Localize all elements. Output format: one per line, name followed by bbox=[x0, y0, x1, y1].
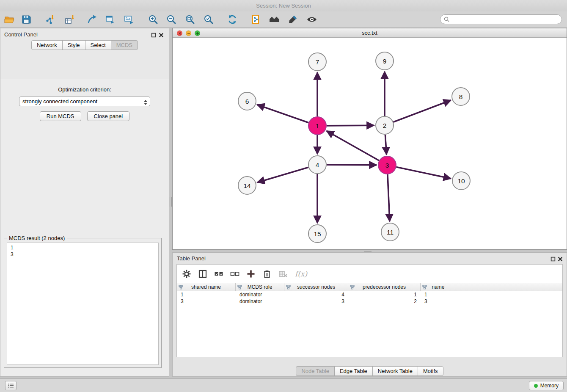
new-network-from-selection-button[interactable] bbox=[86, 14, 98, 25]
table-cell[interactable]: 1 bbox=[421, 292, 456, 298]
tab-edge-table[interactable]: Edge Table bbox=[334, 366, 373, 376]
list-icon bbox=[8, 382, 14, 389]
table-cell[interactable]: 3 bbox=[421, 298, 456, 304]
table-cell[interactable]: 3 bbox=[284, 298, 348, 304]
zoom-fit-button[interactable] bbox=[184, 14, 196, 25]
table-row[interactable]: 1dominator411 bbox=[177, 291, 562, 298]
function-builder-button[interactable]: f(x) bbox=[294, 270, 307, 278]
table-cell[interactable]: 4 bbox=[284, 292, 348, 298]
horizontal-splitter[interactable] bbox=[364, 250, 372, 252]
node-9[interactable]: 9 bbox=[376, 52, 394, 70]
tab-network[interactable]: Network bbox=[31, 40, 63, 50]
plus-icon bbox=[246, 269, 256, 279]
edge-3-11[interactable] bbox=[388, 174, 390, 221]
delete-column-button[interactable] bbox=[262, 269, 272, 279]
column-header-mcds-role[interactable]: MCDS role bbox=[236, 283, 284, 291]
close-control-panel-button[interactable] bbox=[159, 32, 164, 37]
mcds-result-line: 3 bbox=[11, 251, 155, 258]
add-column-button[interactable] bbox=[246, 269, 256, 279]
attribute-type-icon bbox=[350, 285, 355, 290]
column-header-predecessor-nodes[interactable]: predecessor nodes bbox=[348, 283, 421, 291]
edge-4-3[interactable] bbox=[327, 165, 377, 165]
node-8[interactable]: 8 bbox=[452, 88, 470, 105]
node-10[interactable]: 10 bbox=[452, 172, 470, 190]
tab-motifs[interactable]: Motifs bbox=[418, 366, 443, 376]
maximize-window-button[interactable] bbox=[195, 30, 200, 36]
close-mcds-panel-button[interactable]: Close panel bbox=[87, 111, 130, 121]
svg-text:11: 11 bbox=[387, 229, 394, 236]
column-header-shared-name[interactable]: shared name bbox=[177, 283, 236, 291]
export-image-button[interactable] bbox=[123, 14, 135, 25]
apply-layout-button[interactable] bbox=[226, 14, 238, 25]
edge-2-8[interactable] bbox=[394, 100, 451, 122]
table-panel: Table Panel f(x) shared nameMCDS rolesuc… bbox=[172, 252, 567, 377]
deselect-all-button[interactable] bbox=[230, 269, 240, 279]
network-file-button[interactable] bbox=[250, 14, 262, 25]
edge-1-2[interactable] bbox=[327, 125, 374, 126]
node-4[interactable]: 4 bbox=[308, 156, 326, 174]
column-header-successor-nodes[interactable]: successor nodes bbox=[284, 283, 348, 291]
mcds-panel: Optimization criterion: strongly connect… bbox=[0, 79, 169, 376]
minimize-window-button[interactable] bbox=[186, 30, 191, 36]
node-3[interactable]: 3 bbox=[378, 156, 396, 174]
node-1[interactable]: 1 bbox=[308, 117, 326, 135]
memory-button[interactable]: Memory bbox=[529, 381, 564, 390]
zoom-in-button[interactable] bbox=[147, 14, 159, 25]
table-cell[interactable]: 1 bbox=[348, 292, 421, 298]
edge-2-3[interactable] bbox=[385, 135, 386, 155]
table-cell[interactable]: 1 bbox=[177, 292, 236, 298]
task-history-button[interactable] bbox=[5, 381, 17, 390]
mcds-result-title: MCDS result (2 nodes) bbox=[7, 235, 67, 241]
float-panel-button[interactable] bbox=[151, 32, 156, 37]
node-15[interactable]: 15 bbox=[308, 225, 326, 243]
open-file-button[interactable] bbox=[3, 14, 15, 25]
annotation-button[interactable] bbox=[287, 14, 299, 25]
tab-mcds[interactable]: MCDS bbox=[111, 40, 138, 50]
table-panel-header: Table Panel bbox=[173, 253, 567, 264]
node-7[interactable]: 7 bbox=[308, 53, 326, 71]
tab-select[interactable]: Select bbox=[85, 40, 111, 50]
table-cell[interactable]: dominator bbox=[236, 292, 284, 298]
tab-style[interactable]: Style bbox=[62, 40, 85, 50]
search-box[interactable] bbox=[440, 14, 562, 24]
window-titlebar: Session: New Session bbox=[0, 0, 567, 11]
node-2[interactable]: 2 bbox=[376, 116, 394, 134]
import-network-button[interactable] bbox=[44, 14, 56, 25]
table-cell[interactable]: 3 bbox=[177, 298, 236, 304]
column-header-name[interactable]: name bbox=[421, 283, 456, 291]
table-settings-button[interactable] bbox=[182, 269, 192, 279]
save-session-button[interactable] bbox=[20, 14, 32, 25]
node-6[interactable]: 6 bbox=[238, 92, 256, 110]
close-table-panel-button[interactable] bbox=[558, 256, 563, 261]
optimization-criterion-label: Optimization criterion: bbox=[0, 86, 169, 93]
birdseye-view-button[interactable] bbox=[306, 14, 318, 25]
close-icon bbox=[178, 32, 182, 35]
edge-3-1[interactable] bbox=[327, 131, 379, 160]
edge-1-6[interactable] bbox=[257, 105, 309, 123]
float-table-panel-button[interactable] bbox=[550, 256, 556, 261]
tab-network-table[interactable]: Network Table bbox=[372, 366, 418, 376]
criterion-dropdown[interactable]: strongly connected component bbox=[19, 97, 150, 106]
node-14[interactable]: 14 bbox=[238, 177, 256, 194]
network-canvas[interactable]: 7968124314101511 bbox=[173, 38, 567, 249]
run-mcds-button[interactable]: Run MCDS bbox=[40, 111, 81, 121]
clear-table-button[interactable] bbox=[278, 269, 288, 279]
close-window-button[interactable] bbox=[177, 30, 182, 36]
table-row[interactable]: 3dominator323 bbox=[177, 298, 562, 305]
node-11[interactable]: 11 bbox=[381, 223, 399, 241]
column-visibility-button[interactable] bbox=[198, 269, 208, 279]
select-all-button[interactable] bbox=[214, 269, 224, 279]
export-network-icon bbox=[105, 14, 116, 25]
zoom-selected-button[interactable] bbox=[203, 14, 215, 25]
zoom-out-button[interactable] bbox=[165, 14, 177, 25]
vertical-splitter[interactable] bbox=[170, 197, 172, 207]
edge-4-14[interactable] bbox=[257, 167, 308, 182]
graphics-details-button[interactable] bbox=[268, 14, 280, 25]
export-network-button[interactable] bbox=[105, 14, 116, 25]
import-table-button[interactable] bbox=[64, 14, 76, 25]
tab-node-table[interactable]: Node Table bbox=[296, 366, 335, 376]
search-input[interactable] bbox=[451, 17, 558, 22]
table-cell[interactable]: 2 bbox=[348, 298, 421, 304]
edge-3-10[interactable] bbox=[396, 167, 451, 179]
table-cell[interactable]: dominator bbox=[236, 298, 284, 304]
